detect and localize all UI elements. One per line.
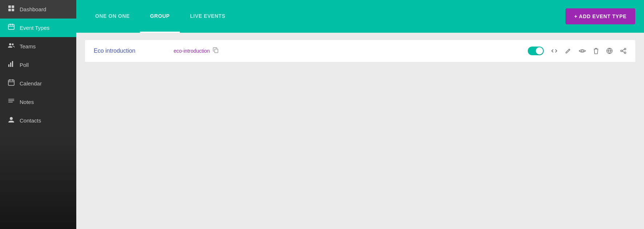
tab-live-events[interactable]: LIVE EVENTS bbox=[180, 0, 235, 33]
sidebar: Dashboard Event Types bbox=[0, 0, 76, 229]
svg-rect-0 bbox=[8, 5, 11, 8]
notes-icon bbox=[7, 98, 15, 106]
poll-icon bbox=[7, 61, 15, 69]
sidebar-item-event-types[interactable]: Event Types bbox=[0, 19, 76, 37]
teams-icon bbox=[7, 42, 15, 51]
sidebar-item-calendar[interactable]: Calendar bbox=[0, 74, 76, 93]
sidebar-item-label: Calendar bbox=[20, 80, 42, 87]
sidebar-nav: Dashboard Event Types bbox=[0, 0, 76, 130]
tab-header: ONE ON ONE GROUP LIVE EVENTS + ADD EVENT… bbox=[76, 0, 644, 33]
sidebar-item-poll[interactable]: Poll bbox=[0, 56, 76, 74]
tab-group[interactable]: GROUP bbox=[140, 0, 180, 33]
content-area: Eco introduction eco-introduction bbox=[76, 33, 644, 229]
svg-rect-19 bbox=[8, 102, 13, 103]
svg-rect-4 bbox=[8, 24, 14, 29]
svg-point-22 bbox=[581, 50, 583, 52]
svg-point-20 bbox=[10, 117, 13, 120]
delete-icon[interactable] bbox=[593, 48, 599, 54]
tabs-container: ONE ON ONE GROUP LIVE EVENTS bbox=[85, 0, 566, 33]
svg-rect-21 bbox=[215, 49, 218, 53]
sidebar-item-label: Event Types bbox=[20, 25, 49, 31]
svg-rect-17 bbox=[8, 99, 14, 100]
svg-rect-1 bbox=[12, 5, 14, 8]
sidebar-item-dashboard[interactable]: Dashboard bbox=[0, 0, 76, 19]
svg-rect-2 bbox=[8, 9, 11, 11]
svg-rect-13 bbox=[8, 80, 14, 85]
main-content: ONE ON ONE GROUP LIVE EVENTS + ADD EVENT… bbox=[76, 0, 644, 229]
add-event-type-button[interactable]: + ADD EVENT TYPE bbox=[566, 8, 635, 24]
event-slug-text: eco-introduction bbox=[174, 48, 210, 54]
svg-rect-3 bbox=[12, 9, 14, 11]
preview-icon[interactable] bbox=[579, 48, 586, 54]
svg-point-26 bbox=[621, 50, 622, 52]
svg-rect-12 bbox=[12, 61, 13, 67]
svg-point-8 bbox=[9, 43, 11, 45]
svg-point-9 bbox=[12, 44, 14, 45]
tab-one-on-one[interactable]: ONE ON ONE bbox=[85, 0, 140, 33]
sidebar-item-label: Poll bbox=[20, 62, 29, 68]
sidebar-item-contacts[interactable]: Contacts bbox=[0, 111, 76, 130]
sidebar-item-label: Dashboard bbox=[20, 6, 46, 12]
svg-rect-6 bbox=[12, 24, 13, 25]
sidebar-item-notes[interactable]: Notes bbox=[0, 93, 76, 111]
event-actions bbox=[528, 47, 627, 55]
sidebar-item-teams[interactable]: Teams bbox=[0, 37, 76, 56]
event-card: Eco introduction eco-introduction bbox=[85, 40, 635, 62]
svg-point-27 bbox=[624, 52, 626, 53]
svg-point-25 bbox=[624, 48, 626, 50]
svg-rect-10 bbox=[8, 64, 9, 67]
event-types-icon bbox=[7, 24, 15, 32]
edit-icon[interactable] bbox=[565, 48, 571, 54]
share-icon[interactable] bbox=[620, 48, 627, 54]
svg-rect-18 bbox=[8, 100, 14, 101]
code-embed-icon[interactable] bbox=[551, 48, 558, 54]
contacts-icon bbox=[7, 116, 15, 125]
svg-line-28 bbox=[622, 49, 624, 51]
globe-icon[interactable] bbox=[606, 48, 613, 54]
svg-rect-11 bbox=[10, 63, 11, 67]
sidebar-item-label: Teams bbox=[20, 43, 36, 49]
sidebar-item-label: Contacts bbox=[20, 117, 41, 124]
dashboard-icon bbox=[7, 5, 15, 13]
event-toggle[interactable] bbox=[528, 47, 544, 55]
svg-rect-5 bbox=[10, 24, 11, 25]
event-row: Eco introduction eco-introduction bbox=[85, 40, 635, 62]
copy-slug-icon[interactable] bbox=[213, 47, 219, 55]
event-slug-container: eco-introduction bbox=[174, 47, 521, 55]
calendar-icon bbox=[7, 79, 15, 88]
sidebar-item-label: Notes bbox=[20, 99, 34, 105]
svg-line-29 bbox=[622, 51, 624, 52]
event-name[interactable]: Eco introduction bbox=[94, 48, 166, 54]
